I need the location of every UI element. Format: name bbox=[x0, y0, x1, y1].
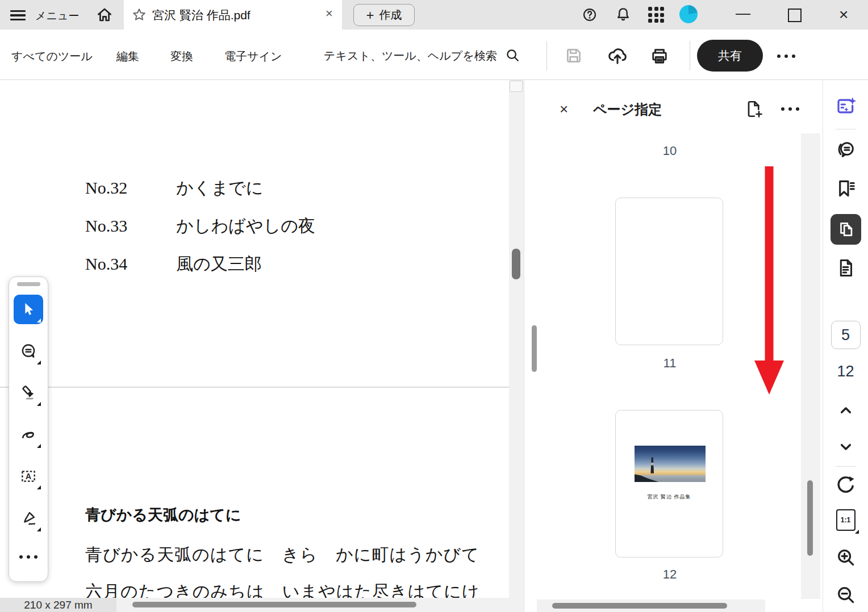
ai-assistant-icon[interactable] bbox=[834, 95, 857, 118]
menu-all-tools[interactable]: すべてのツール bbox=[11, 49, 93, 64]
document-hscrollbar-thumb[interactable] bbox=[132, 602, 416, 607]
comments-icon[interactable] bbox=[835, 139, 857, 161]
text-box-tool-button[interactable]: A bbox=[14, 462, 43, 491]
panel-overflow-icon[interactable] bbox=[781, 107, 799, 111]
apps-grid-icon[interactable] bbox=[648, 7, 664, 23]
doc-toc-row: No.34風の又三郎 bbox=[85, 253, 262, 276]
minimize-icon[interactable]: — bbox=[736, 5, 750, 22]
quick-tools-toolbar: A bbox=[9, 276, 48, 582]
panel-scrollbar-thumb[interactable] bbox=[807, 480, 813, 556]
tab-title: 宮沢 賢治 作品.pdf bbox=[152, 7, 251, 23]
panel-vertical-scrollbar[interactable] bbox=[801, 133, 820, 599]
help-icon[interactable] bbox=[582, 7, 598, 23]
page-label-12: 12 bbox=[616, 567, 724, 582]
menu-esign[interactable]: 電子サイン bbox=[224, 49, 282, 64]
current-page-input[interactable]: 5 bbox=[831, 321, 861, 349]
draw-icon bbox=[19, 426, 37, 444]
title-bar: メニュー 宮沢 賢治 作品.pdf × + 作成 — × bbox=[0, 0, 868, 30]
page-separator bbox=[0, 387, 509, 388]
favorite-star-icon[interactable] bbox=[131, 7, 147, 23]
panel-title: ページ指定 bbox=[593, 100, 662, 119]
rotate-page-icon[interactable] bbox=[835, 474, 857, 496]
main-toolbar: すべてのツール 編集 変換 電子サイン テキスト、ツール、ヘルプを検索 共有 bbox=[0, 30, 868, 80]
scrollbar-top-box[interactable] bbox=[510, 81, 523, 92]
doc-toc-row: No.32かくまでに bbox=[85, 177, 264, 200]
save-icon[interactable] bbox=[564, 46, 583, 65]
next-page-chevron-icon[interactable] bbox=[837, 438, 855, 456]
draw-tool-button[interactable] bbox=[14, 420, 43, 450]
toolbar-drag-handle[interactable] bbox=[17, 282, 40, 286]
doc-line: 青びかる天弧のはてに きらゝかに町はうかびて bbox=[85, 543, 479, 567]
insert-page-icon[interactable] bbox=[744, 99, 764, 119]
panel-close-icon[interactable]: × bbox=[560, 100, 568, 118]
document-scrollbar-thumb[interactable] bbox=[512, 249, 520, 279]
toolbar-overflow-icon[interactable] bbox=[777, 55, 795, 58]
doc-toc-row: No.33かしわばやしの夜 bbox=[85, 215, 315, 238]
cursor-icon bbox=[20, 301, 37, 318]
previous-page-chevron-icon[interactable] bbox=[837, 401, 855, 420]
page-size-status: 210 x 297 mm bbox=[0, 598, 116, 612]
doc-heading: 青びかる天弧のはてに bbox=[85, 505, 241, 525]
red-down-arrow bbox=[754, 166, 784, 395]
document-horizontal-scrollbar[interactable] bbox=[116, 598, 524, 612]
avatar[interactable] bbox=[679, 5, 698, 23]
right-sidebar: 5 12 1:1 bbox=[823, 80, 868, 612]
bookmarks-icon[interactable] bbox=[835, 178, 857, 199]
actual-size-icon[interactable]: 1:1 bbox=[836, 509, 856, 531]
text-box-icon: A bbox=[19, 467, 37, 485]
page-label-11: 11 bbox=[616, 356, 724, 371]
document-vertical-scrollbar[interactable] bbox=[509, 80, 524, 598]
document-viewer: No.32かくまでに No.33かしわばやしの夜 No.34風の又三郎 青びかる… bbox=[0, 80, 509, 598]
cover-caption: 宮沢 賢治 作品集 bbox=[616, 493, 723, 501]
more-tools-button[interactable] bbox=[14, 548, 43, 565]
page-thumbnail-12[interactable]: 宮沢 賢治 作品集 bbox=[615, 410, 723, 557]
total-pages-label: 12 bbox=[837, 363, 854, 380]
fill-sign-icon bbox=[19, 509, 37, 527]
page-label-10: 10 bbox=[616, 144, 724, 158]
panel-resize-handle[interactable] bbox=[532, 325, 537, 372]
sign-tool-button[interactable] bbox=[14, 504, 43, 533]
search-icon bbox=[505, 48, 521, 64]
page-thumbnail-11[interactable] bbox=[615, 198, 723, 345]
pages-panel: × ページ指定 10 11 宮沢 賢治 作品集 12 bbox=[524, 80, 823, 612]
panel-horizontal-scrollbar[interactable] bbox=[537, 600, 765, 612]
window-close-icon[interactable]: × bbox=[839, 6, 848, 24]
tab-close-icon[interactable]: × bbox=[326, 6, 333, 21]
active-document-tab[interactable]: 宮沢 賢治 作品.pdf × bbox=[124, 0, 342, 30]
svg-text:A: A bbox=[26, 472, 31, 481]
cover-photo bbox=[635, 446, 706, 482]
menu-button[interactable]: メニュー bbox=[35, 9, 79, 23]
comment-tool-button[interactable] bbox=[14, 337, 43, 366]
menu-convert[interactable]: 変換 bbox=[170, 49, 193, 64]
create-tab-button[interactable]: + 作成 bbox=[353, 4, 415, 26]
select-tool-button[interactable] bbox=[14, 295, 43, 324]
lighthouse-silhouette bbox=[650, 457, 655, 473]
plus-icon: + bbox=[366, 10, 374, 21]
maximize-icon[interactable] bbox=[788, 9, 802, 22]
notifications-bell-icon[interactable] bbox=[615, 6, 632, 23]
acrobat-window: メニュー 宮沢 賢治 作品.pdf × + 作成 — × bbox=[0, 0, 868, 612]
comment-icon bbox=[19, 342, 37, 361]
menu-edit[interactable]: 編集 bbox=[116, 49, 139, 64]
panel-hscrollbar-thumb[interactable] bbox=[552, 603, 727, 609]
zoom-in-icon[interactable] bbox=[835, 547, 857, 568]
cloud-upload-icon[interactable] bbox=[607, 45, 628, 67]
highlight-tool-button[interactable] bbox=[14, 378, 43, 408]
zoom-out-icon[interactable] bbox=[835, 584, 857, 606]
attachments-document-icon[interactable] bbox=[835, 257, 857, 279]
print-icon[interactable] bbox=[649, 46, 670, 66]
share-button[interactable]: 共有 bbox=[697, 40, 763, 72]
page-thumbnails-icon-active[interactable] bbox=[831, 214, 861, 245]
menu-icon[interactable] bbox=[10, 7, 26, 23]
highlighter-icon bbox=[19, 384, 37, 402]
search-input[interactable]: テキスト、ツール、ヘルプを検索 bbox=[324, 48, 521, 64]
home-icon[interactable] bbox=[95, 6, 114, 24]
doc-line: 六月のたつきのみちは いまやはた尽きはてにけ bbox=[85, 580, 480, 598]
